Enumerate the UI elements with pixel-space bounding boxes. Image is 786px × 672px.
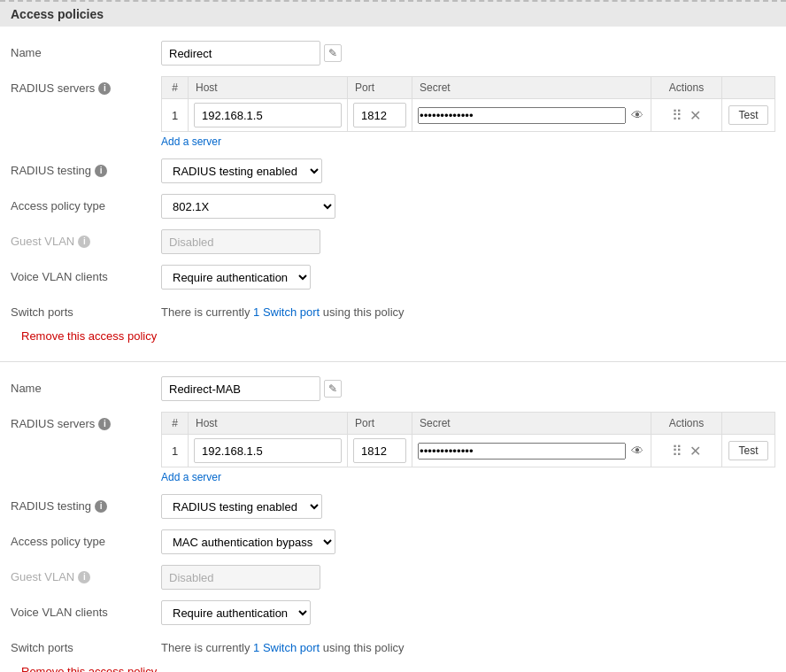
port-input-1-1[interactable] <box>353 103 406 127</box>
switch-port-link-2[interactable]: 1 Switch port <box>253 641 320 654</box>
secret-cell-2-1: 👁 <box>412 435 651 467</box>
test-btn-2-1[interactable]: Test <box>728 441 767 460</box>
show-secret-btn-2-1[interactable]: 👁 <box>629 442 645 460</box>
move-icon-2-1[interactable]: ⠿ <box>672 443 682 460</box>
actions-cell-1-1: ⠿ ✕ <box>651 99 722 132</box>
test-btn-1-1[interactable]: Test <box>728 105 767 125</box>
access-policy-type-select-1[interactable]: 802.1XMAC authentication bypassHybrid au… <box>161 194 335 219</box>
switch-ports-text-2: There is currently 1 Switch port using t… <box>161 636 775 654</box>
radius-testing-select-1[interactable]: RADIUS testing enabledRADIUS testing dis… <box>161 158 322 183</box>
guest-vlan-control-1 <box>161 229 775 254</box>
access-policy-type-select-2[interactable]: 802.1XMAC authentication bypassHybrid au… <box>161 529 335 554</box>
radius-servers-label-1: RADIUS servers i <box>11 76 161 95</box>
secret-input-1-1[interactable] <box>418 107 626 124</box>
radius-testing-row-2: RADIUS testing i RADIUS testing enabledR… <box>0 489 786 524</box>
name-row-1: Name ✎ <box>0 35 786 71</box>
host-input-1-1[interactable] <box>194 103 342 127</box>
policy-block-2: Name ✎ RADIUS servers i # Host Port <box>0 362 786 672</box>
host-cell-2-1 <box>189 435 348 467</box>
voice-vlan-row-2: Voice VLAN clients Require authenticatio… <box>0 595 786 630</box>
guest-vlan-control-2 <box>161 565 775 590</box>
test-cell-2-1: Test <box>722 435 775 467</box>
col-header-num-1: # <box>162 77 189 99</box>
radius-servers-row-1: RADIUS servers i # Host Port Secret Acti… <box>0 71 786 153</box>
guest-vlan-row-1: Guest VLAN i <box>0 224 786 259</box>
name-input-2[interactable] <box>161 376 320 401</box>
col-header-port-1: Port <box>348 77 412 99</box>
col-header-port-2: Port <box>348 413 412 435</box>
col-header-actions-2: Actions <box>651 413 722 435</box>
row-num-1-1: 1 <box>162 99 189 132</box>
switch-ports-text-1: There is currently 1 Switch port using t… <box>161 300 775 319</box>
voice-vlan-select-2[interactable]: Require authenticationBypass authenticat… <box>161 600 311 625</box>
col-header-host-1: Host <box>189 77 348 99</box>
show-secret-btn-1-1[interactable]: 👁 <box>629 106 645 124</box>
name-edit-btn-2[interactable]: ✎ <box>324 380 342 398</box>
remove-policy-row-2: Remove this access policy <box>0 660 786 672</box>
remove-policy-link-1[interactable]: Remove this access policy <box>11 326 167 346</box>
remove-policy-row-1: Remove this access policy <box>0 324 786 352</box>
voice-vlan-select-1[interactable]: Require authenticationBypass authenticat… <box>161 265 311 290</box>
guest-vlan-input-1 <box>161 229 320 254</box>
radius-table-2: # Host Port Secret Actions 1 <box>161 412 775 467</box>
page-container: Access policies Name ✎ RADIUS servers i … <box>0 0 786 672</box>
radius-testing-label-1: RADIUS testing i <box>11 158 161 177</box>
switch-ports-label-1: Switch ports <box>11 300 161 319</box>
radius-testing-label-2: RADIUS testing i <box>11 494 161 513</box>
voice-vlan-control-1: Require authenticationBypass authenticat… <box>161 265 775 290</box>
add-server-link-1[interactable]: Add a server <box>161 135 221 148</box>
name-field-2: ✎ <box>161 376 775 401</box>
radius-servers-info-1[interactable]: i <box>98 82 111 95</box>
guest-vlan-input-2 <box>161 565 320 590</box>
access-policy-type-control-1: 802.1XMAC authentication bypassHybrid au… <box>161 194 775 219</box>
col-header-test-2 <box>722 413 775 435</box>
name-field-1: ✎ <box>161 41 775 66</box>
radius-servers-info-2[interactable]: i <box>98 418 111 430</box>
host-cell-1-1 <box>189 99 348 132</box>
access-policy-type-control-2: 802.1XMAC authentication bypassHybrid au… <box>161 529 775 554</box>
guest-vlan-label-1: Guest VLAN i <box>11 229 161 248</box>
switch-ports-label-2: Switch ports <box>11 636 161 654</box>
radius-servers-row-2: RADIUS servers i # Host Port Secret Acti… <box>0 406 786 489</box>
row-num-2-1: 1 <box>162 435 189 467</box>
access-policy-type-row-2: Access policy type 802.1XMAC authenticat… <box>0 524 786 560</box>
secret-input-2-1[interactable] <box>418 443 626 460</box>
voice-vlan-label-2: Voice VLAN clients <box>11 600 161 619</box>
delete-icon-2-1[interactable]: ✕ <box>690 443 701 460</box>
section-title: Access policies <box>11 7 104 21</box>
radius-servers-control-1: # Host Port Secret Actions 1 <box>161 76 775 148</box>
guest-vlan-info-1[interactable]: i <box>78 236 90 248</box>
access-policy-type-label-1: Access policy type <box>11 194 161 212</box>
radius-testing-select-2[interactable]: RADIUS testing enabledRADIUS testing dis… <box>161 494 322 519</box>
policy-block-1: Name ✎ RADIUS servers i # Host Port <box>0 27 786 362</box>
section-header: Access policies <box>0 0 786 27</box>
host-input-2-1[interactable] <box>194 438 342 463</box>
test-cell-1-1: Test <box>722 99 775 132</box>
col-header-secret-2: Secret <box>412 413 651 435</box>
radius-row-1-1: 1 👁 ⠿ ✕ Test <box>162 99 775 132</box>
radius-table-header-2: # Host Port Secret Actions <box>162 413 775 435</box>
radius-testing-control-2: RADIUS testing enabledRADIUS testing dis… <box>161 494 775 519</box>
guest-vlan-info-2[interactable]: i <box>78 571 90 583</box>
delete-icon-1-1[interactable]: ✕ <box>690 107 701 124</box>
remove-policy-link-2[interactable]: Remove this access policy <box>11 661 167 672</box>
switch-ports-row-1: Switch ports There is currently 1 Switch… <box>0 295 786 324</box>
port-cell-1-1 <box>348 99 412 132</box>
port-input-2-1[interactable] <box>353 438 406 463</box>
radius-testing-info-2[interactable]: i <box>95 500 107 513</box>
name-label-1: Name <box>11 41 161 59</box>
switch-port-link-1[interactable]: 1 Switch port <box>253 305 320 319</box>
policies-container: Name ✎ RADIUS servers i # Host Port <box>0 27 786 672</box>
move-icon-1-1[interactable]: ⠿ <box>672 107 682 124</box>
name-edit-btn-1[interactable]: ✎ <box>324 44 342 62</box>
name-input-1[interactable] <box>161 41 320 66</box>
name-label-2: Name <box>11 376 161 395</box>
name-row-2: Name ✎ <box>0 371 786 406</box>
radius-testing-control-1: RADIUS testing enabledRADIUS testing dis… <box>161 158 775 183</box>
radius-servers-control-2: # Host Port Secret Actions 1 <box>161 412 775 483</box>
voice-vlan-label-1: Voice VLAN clients <box>11 265 161 283</box>
radius-testing-info-1[interactable]: i <box>95 165 107 177</box>
radius-table-1: # Host Port Secret Actions 1 <box>161 76 775 132</box>
radius-servers-label-2: RADIUS servers i <box>11 412 161 430</box>
add-server-link-2[interactable]: Add a server <box>161 471 221 483</box>
